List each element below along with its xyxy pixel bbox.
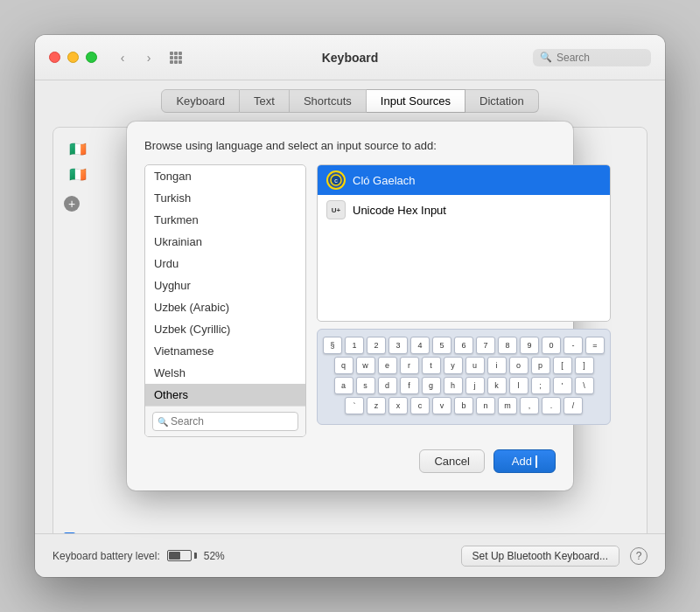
kb-key-y: y <box>444 357 463 374</box>
lang-item-uyghur[interactable]: Uyghur <box>145 275 305 296</box>
kb-key-a: a <box>334 377 354 394</box>
kb-key-f: f <box>400 377 419 394</box>
kb-key-t: t <box>422 357 441 374</box>
kb-key-8: 8 <box>498 337 517 354</box>
kb-key-quote: ' <box>553 377 572 394</box>
source-list[interactable]: C Cló Gaelach U+ Unicode Hex Input <box>317 164 611 322</box>
kb-key-s: s <box>356 377 375 394</box>
language-list[interactable]: Tongan Turkish Turkmen Ukrainian Urdu Uy… <box>145 165 305 406</box>
language-list-container: Tongan Turkish Turkmen Ukrainian Urdu Uy… <box>144 164 306 437</box>
kb-key-j: j <box>466 377 485 394</box>
clo-gaelach-icon: C <box>326 170 346 190</box>
lang-item-others[interactable]: Others <box>145 384 305 406</box>
kb-key-k: k <box>487 377 507 394</box>
lang-search-wrapper: 🔍 <box>152 412 298 431</box>
lang-search: 🔍 <box>145 406 305 436</box>
kb-key-r: r <box>400 357 419 374</box>
clo-gaelach-label: Cló Gaelach <box>353 174 416 187</box>
kb-key-v: v <box>432 397 452 414</box>
cancel-button[interactable]: Cancel <box>419 449 484 473</box>
kb-row-4: ` z x c v b n m , . / <box>323 397 605 414</box>
kb-key-lbracket: [ <box>553 357 572 374</box>
main-window: ‹ › Keyboard 🔍 Keyboard <box>35 35 665 577</box>
lang-item-vietnamese[interactable]: Vietnamese <box>145 340 305 362</box>
add-button[interactable]: Add <box>494 449 556 473</box>
kb-key-equals: = <box>585 337 605 354</box>
unicode-hex-label: Unicode Hex Input <box>353 204 446 217</box>
lang-item-welsh[interactable]: Welsh <box>145 362 305 384</box>
kb-key-u: u <box>466 357 485 374</box>
kb-key-p: p <box>531 357 550 374</box>
kb-key-w: w <box>356 357 375 374</box>
kb-key-g: g <box>422 377 441 394</box>
kb-key-m: m <box>498 397 517 414</box>
kb-key-section: § <box>323 337 342 354</box>
kb-key-backslash: \ <box>575 377 594 394</box>
lang-item-ukrainian[interactable]: Ukrainian <box>145 231 305 253</box>
kb-key-period: . <box>542 397 561 414</box>
kb-key-5: 5 <box>432 337 452 354</box>
kb-key-comma: , <box>520 397 539 414</box>
kb-key-0: 0 <box>542 337 561 354</box>
kb-key-x: x <box>388 397 408 414</box>
kb-key-o: o <box>509 357 528 374</box>
kb-key-e: e <box>378 357 397 374</box>
source-item-unicode-hex[interactable]: U+ Unicode Hex Input <box>318 195 610 225</box>
kb-key-semicolon: ; <box>531 377 550 394</box>
kb-key-c: c <box>410 397 430 414</box>
modal-body: Tongan Turkish Turkmen Ukrainian Urdu Uy… <box>144 164 556 437</box>
keyboard-preview: § 1 2 3 4 5 6 7 8 9 0 - = <box>317 329 611 425</box>
modal-dialog: Browse using language and select an inpu… <box>127 122 573 490</box>
kb-key-q: q <box>334 357 354 374</box>
kb-key-2: 2 <box>367 337 386 354</box>
kb-key-6: 6 <box>454 337 473 354</box>
kb-key-z: z <box>367 397 386 414</box>
lang-item-uzbek-arabic[interactable]: Uzbek (Arabic) <box>145 296 305 318</box>
modal-overlay: Browse using language and select an inpu… <box>35 35 665 577</box>
lang-search-input[interactable] <box>152 412 298 431</box>
kb-key-n: n <box>476 397 495 414</box>
modal-buttons: Cancel Add <box>144 449 556 473</box>
kb-key-h: h <box>444 377 463 394</box>
kb-row-2: q w e r t y u i o p [ ] <box>323 357 605 374</box>
kb-key-7: 7 <box>476 337 495 354</box>
source-item-clo-gaelach[interactable]: C Cló Gaelach <box>318 165 610 195</box>
kb-key-rbracket: ] <box>575 357 594 374</box>
unicode-hex-icon: U+ <box>326 200 346 219</box>
kb-key-b: b <box>454 397 473 414</box>
lang-item-urdu[interactable]: Urdu <box>145 253 305 275</box>
kb-key-l: l <box>509 377 528 394</box>
kb-key-1: 1 <box>345 337 364 354</box>
kb-key-i: i <box>487 357 507 374</box>
kb-row-3: a s d f g h j k l ; ' \ <box>323 377 605 394</box>
cursor-indicator <box>536 456 537 468</box>
kb-key-9: 9 <box>520 337 539 354</box>
modal-title: Browse using language and select an inpu… <box>144 139 556 152</box>
kb-key-4: 4 <box>410 337 430 354</box>
lang-search-icon: 🔍 <box>158 417 168 427</box>
lang-item-tongan[interactable]: Tongan <box>145 165 305 187</box>
kb-key-backtick: ` <box>345 397 364 414</box>
kb-key-d: d <box>378 377 397 394</box>
lang-item-turkmen[interactable]: Turkmen <box>145 209 305 231</box>
kb-row-1: § 1 2 3 4 5 6 7 8 9 0 - = <box>323 337 605 354</box>
svg-text:C: C <box>334 178 338 184</box>
lang-item-uzbek-cyrillic[interactable]: Uzbek (Cyrillic) <box>145 318 305 340</box>
source-list-container: C Cló Gaelach U+ Unicode Hex Input <box>317 164 611 437</box>
kb-key-minus: - <box>564 337 583 354</box>
lang-item-turkish[interactable]: Turkish <box>145 187 305 209</box>
kb-key-3: 3 <box>388 337 408 354</box>
kb-key-slash: / <box>564 397 583 414</box>
